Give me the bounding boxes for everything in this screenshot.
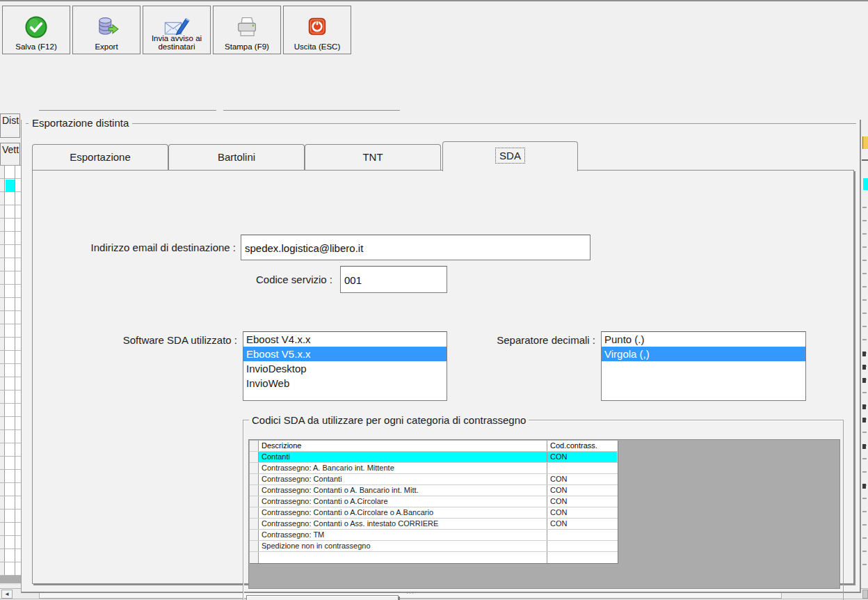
- cod-contrass-cell[interactable]: [547, 530, 617, 540]
- tab-label: TNT: [362, 151, 383, 163]
- service-code-label: Codice servizio :: [166, 274, 332, 285]
- cod-contrass-cell[interactable]: CON: [547, 485, 617, 496]
- toolbar-button-salva[interactable]: Salva (F12): [2, 6, 70, 54]
- check-circle-icon: [24, 15, 49, 42]
- descrizione-cell[interactable]: Contrassegno: A. Bancario int. Mittente: [259, 463, 547, 473]
- background-header-line: [862, 159, 868, 161]
- dialog-group-title: Esportazione distinta: [29, 117, 132, 129]
- service-code-input[interactable]: [340, 266, 447, 293]
- row-selector-cell[interactable]: [250, 496, 259, 507]
- table-row[interactable]: Contrassegno: A. Bancario int. Mittente: [250, 463, 618, 474]
- background-label-distinta: Dist: [0, 113, 20, 138]
- scroll-left-arrow-icon[interactable]: ◄: [1, 590, 13, 599]
- table-row[interactable]: Contrassegno: Contanti o A. Bancario int…: [250, 485, 618, 496]
- email-label: Indirizzo email di destinazione :: [69, 242, 236, 253]
- background-grid-footer: [0, 576, 21, 585]
- descrizione-cell[interactable]: Contrassegno: TM: [259, 530, 547, 540]
- groupbox-border: [26, 123, 856, 124]
- row-selector-cell[interactable]: [250, 552, 259, 563]
- folder-icon-fragment: [862, 136, 868, 149]
- cod-contrass-cell[interactable]: [547, 463, 617, 473]
- table-row[interactable]: Contrassegno: Contanti o Ass. intestato …: [250, 519, 618, 530]
- toolbar-button-label: Uscita (ESC): [294, 42, 340, 51]
- toolbar-button-uscita[interactable]: Uscita (ESC): [283, 6, 351, 54]
- row-selector-cell[interactable]: [250, 530, 259, 540]
- tab-sda[interactable]: SDA: [442, 141, 578, 171]
- list-option[interactable]: Virgola (,): [602, 347, 805, 361]
- tab-label: Esportazione: [70, 151, 131, 163]
- tab-page-sda: Indirizzo email di destinazione : Codice…: [32, 170, 854, 584]
- tab-bartolini[interactable]: Bartolini: [168, 144, 305, 170]
- toolbar-divider: [0, 0, 868, 1]
- row-selector-cell[interactable]: [250, 474, 259, 484]
- list-option[interactable]: Eboost V5.x.x: [243, 347, 447, 361]
- toolbar-button-invia[interactable]: Invia avviso ai destinatari: [143, 6, 211, 54]
- table-row[interactable]: Spedizione non in contrassegno: [250, 541, 618, 552]
- background-text-fragment: [862, 352, 866, 356]
- cod-contrass-cell[interactable]: [547, 541, 617, 551]
- background-text-fragment: [862, 444, 866, 449]
- list-option[interactable]: Punto (.): [602, 332, 805, 347]
- cod-contrass-cell[interactable]: CON: [547, 474, 617, 484]
- row-selector-cell[interactable]: [250, 507, 259, 518]
- toolbar-button-stampa[interactable]: Stampa (F9): [213, 6, 281, 54]
- row-selector-cell[interactable]: [250, 452, 259, 462]
- app-window: Salva (F12)ExportInvia avviso ai destina…: [0, 0, 868, 600]
- row-selector-cell[interactable]: [250, 541, 259, 551]
- toolbar-button-export[interactable]: Export: [72, 6, 140, 54]
- column-header: Cod.contrass.: [547, 441, 617, 451]
- background-right-sliver: [862, 120, 868, 588]
- row-selector-cell[interactable]: [250, 519, 259, 529]
- printer-icon: [234, 15, 259, 42]
- background-grid-vline: [15, 166, 15, 576]
- descrizione-cell[interactable]: Contrassegno: Contanti o A.Circolare o A…: [259, 507, 547, 518]
- descrizione-cell[interactable]: Contrassegno: Contanti o A. Bancario int…: [259, 485, 547, 496]
- email-input[interactable]: [241, 235, 590, 260]
- database-export-icon: [94, 15, 119, 42]
- separator-listbox[interactable]: Punto (.)Virgola (,): [601, 331, 806, 401]
- background-selected-row-fragment: [863, 178, 868, 190]
- cod-contrass-cell[interactable]: CON: [547, 452, 617, 462]
- column-header: Descrizione: [259, 441, 547, 451]
- software-listbox[interactable]: Eboost V4.x.xEboost V5.x.xInvioDesktopIn…: [243, 331, 447, 401]
- background-groupbox-line: [223, 110, 400, 111]
- row-selector-cell[interactable]: [250, 485, 259, 496]
- table-header-row: DescrizioneCod.contrass.: [250, 441, 618, 452]
- cod-contrass-cell[interactable]: [547, 552, 617, 563]
- table-row[interactable]: ContantiCON: [250, 452, 618, 463]
- power-icon: [305, 15, 329, 40]
- list-option[interactable]: InvioDesktop: [243, 361, 447, 376]
- cod-contrass-cell[interactable]: CON: [547, 519, 617, 529]
- descrizione-cell[interactable]: Contrassegno: Contanti o A.Circolare: [259, 496, 547, 507]
- row-selector-cell[interactable]: [250, 463, 259, 473]
- scrollbar-corner: [862, 590, 868, 599]
- background-text-fragment: [862, 378, 866, 383]
- background-label-vettore: Vett: [0, 143, 20, 168]
- cod-contrass-cell[interactable]: CON: [547, 496, 617, 507]
- background-groupbox-line: [39, 110, 216, 111]
- codes-table[interactable]: DescrizioneCod.contrass.ContantiCONContr…: [250, 441, 618, 564]
- descrizione-cell[interactable]: Contrassegno: Contanti: [259, 474, 547, 484]
- table-row[interactable]: Contrassegno: TM: [250, 530, 618, 541]
- esportazione-distinta-dialog: Esportazione distinta EsportazioneBartol…: [21, 120, 861, 593]
- toolbar-button-label: Salva (F12): [15, 42, 56, 51]
- cod-contrass-cell[interactable]: CON: [547, 507, 617, 518]
- tab-esportazione[interactable]: Esportazione: [32, 144, 168, 170]
- list-option[interactable]: InvioWeb: [243, 376, 447, 390]
- codes-groupbox: Codici SDA da utilizzare per ogni catego…: [243, 420, 844, 600]
- descrizione-cell[interactable]: Contrassegno: Contanti o Ass. intestato …: [259, 519, 547, 529]
- table-row[interactable]: Contrassegno: Contanti o A.Circolare o A…: [250, 507, 618, 519]
- table-row[interactable]: Contrassegno: ContantiCON: [250, 474, 618, 485]
- table-row[interactable]: Contrassegno: Contanti o A.CircolareCON: [250, 496, 618, 507]
- toolbar-button-label: Export: [95, 42, 118, 51]
- modify-table-button[interactable]: Modifica tabella: [246, 595, 399, 600]
- descrizione-cell[interactable]: Contanti: [259, 452, 547, 462]
- tab-label: SDA: [496, 148, 524, 163]
- tab-tnt[interactable]: TNT: [305, 144, 441, 170]
- table-row[interactable]: [250, 552, 618, 563]
- descrizione-cell[interactable]: [259, 552, 547, 563]
- descrizione-cell[interactable]: Spedizione non in contrassegno: [259, 541, 547, 551]
- list-option[interactable]: Eboost V4.x.x: [243, 332, 447, 347]
- background-grid: [0, 165, 21, 576]
- software-label: Software SDA utilizzato :: [70, 334, 237, 346]
